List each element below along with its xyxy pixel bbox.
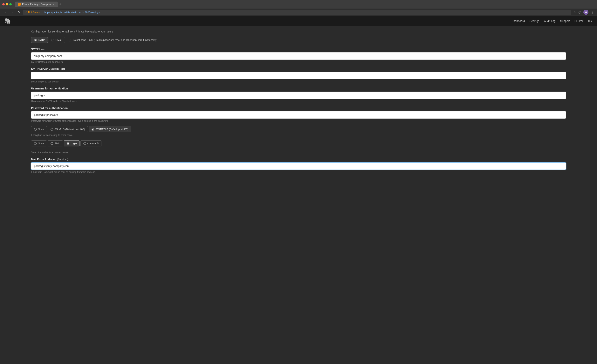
no-email-radio-circle [69,39,71,41]
not-secure-label: Not Secure [28,11,40,14]
encryption-group: None SSL/TLS (Default port 465) STARTTLS… [31,126,566,136]
smtp-radio-circle [34,39,37,41]
address-field[interactable]: ⚠ Not Secure | https://packagist-self-ho… [23,10,571,15]
address-url: https://packagist-self-hosted.com.lo:880… [44,11,100,14]
address-actions: ☆ ⬡ W ⋮ [573,10,594,15]
smtp-port-group: SMTP Server Custom Port Leave empty to u… [31,67,566,83]
nav-dashboard[interactable]: Dashboard [511,19,525,23]
nav-cluster[interactable]: Cluster [574,19,583,23]
nav-settings[interactable]: Settings [530,19,540,23]
extension-icon[interactable]: ⬡ [578,10,581,14]
username-input[interactable] [31,92,566,99]
active-tab[interactable]: Private Packagist Enterprise × [15,1,58,7]
app-nav: Dashboard Settings Audit Log Support Clu… [511,19,592,23]
main-content: Configuration for sending email from Pri… [0,26,597,174]
traffic-lights [2,3,12,5]
auth-none-circle [34,142,37,145]
address-separator: | [42,11,42,14]
mail-from-help: Email from Packagist will be sent as com… [31,171,566,174]
password-label: Password for authentication [31,107,566,110]
auth-mechanism-options: None Plain Login cram-md5 [31,140,566,146]
encryption-starttls-circle [92,128,94,131]
tab-title: Private Packagist Enterprise [22,3,52,6]
not-secure-indicator: ⚠ Not Secure [25,11,40,14]
tab-favicon [18,3,21,6]
password-help: Password for SMTP or GMail authenticatio… [31,119,566,122]
no-email-label: Do not send Email (Breaks password reset… [72,39,157,41]
minimize-traffic-light[interactable] [6,3,8,5]
fullscreen-traffic-light[interactable] [9,3,12,5]
encryption-starttls-option[interactable]: STARTTLS (Default port 587) [89,126,131,132]
app-header: 🐘 Dashboard Settings Audit Log Support C… [0,16,597,26]
smtp-label: SMTP [38,39,45,41]
smtp-option[interactable]: SMTP [31,37,48,43]
auth-mechanism-group: None Plain Login cram-md5 Select the aut… [31,140,566,154]
encryption-none-option[interactable]: None [31,126,47,132]
auth-none-option[interactable]: None [31,140,47,146]
auth-cram-label: cram-md5 [87,142,99,145]
encryption-ssl-option[interactable]: SSL/TLS (Default port 465) [48,126,88,132]
gear-dropdown-arrow: ▾ [591,19,592,23]
encryption-ssl-circle [51,128,53,131]
gmail-option[interactable]: GMail [49,37,65,43]
back-button[interactable]: ‹ [3,10,8,14]
gear-menu[interactable]: ⚙ ▾ [588,19,592,23]
browser-chrome: Private Packagist Enterprise × + ‹ › ↻ ⚠… [0,0,597,16]
nav-audit-log[interactable]: Audit Log [544,19,555,23]
encryption-options: None SSL/TLS (Default port 465) STARTTLS… [31,126,566,132]
menu-icon[interactable]: ⋮ [591,10,594,14]
smtp-host-input[interactable] [31,52,566,60]
address-bar: ‹ › ↻ ⚠ Not Secure | https://packagist-s… [0,8,597,16]
username-group: Username for authentication Username for… [31,87,566,103]
encryption-none-label: None [38,128,44,131]
email-type-group: SMTP GMail Do not send Email (Breaks pas… [31,37,566,43]
mail-from-required: (Required) [57,158,68,161]
username-help: Username for SMTP auth, or GMail address… [31,100,566,103]
encryption-ssl-label: SSL/TLS (Default port 465) [55,128,85,131]
mail-from-group: Mail From Address (Required) Email from … [31,158,566,174]
smtp-host-group: SMTP Host SMTP Hostname to connect to [31,48,566,63]
gear-icon: ⚙ [588,19,590,23]
username-label: Username for authentication [31,87,566,90]
smtp-host-label: SMTP Host [31,48,566,51]
new-tab-button[interactable]: + [58,2,63,6]
warning-icon: ⚠ [25,11,27,14]
auth-login-label: Login [71,142,77,145]
auth-cram-circle [83,142,86,145]
bookmark-icon[interactable]: ☆ [573,10,576,14]
password-input[interactable] [31,111,566,119]
config-description: Configuration for sending email from Pri… [31,30,566,33]
app-logo: 🐘 [5,18,11,24]
auth-cram-option[interactable]: cram-md5 [80,140,102,146]
auth-login-circle [67,142,69,145]
nav-support[interactable]: Support [560,19,570,23]
mail-from-input[interactable] [31,162,566,170]
auth-login-option[interactable]: Login [64,140,80,146]
smtp-port-label: SMTP Server Custom Port [31,67,566,70]
smtp-port-input[interactable] [31,72,566,79]
password-group: Password for authentication Password for… [31,107,566,122]
gmail-radio-circle [52,39,54,41]
title-bar: Private Packagist Enterprise × + [0,0,597,8]
gmail-label: GMail [55,39,62,41]
mail-from-label: Mail From Address (Required) [31,158,566,161]
smtp-host-help: SMTP Hostname to connect to [31,61,566,63]
auth-plain-option[interactable]: Plain [48,140,63,146]
tab-close-button[interactable]: × [53,3,55,6]
auth-none-label: None [38,142,44,145]
user-avatar[interactable]: W [583,10,589,15]
encryption-help: Encryption for connecting to email serve… [31,134,566,136]
auth-plain-circle [51,142,53,145]
smtp-port-help: Leave empty to use default [31,80,566,83]
auth-plain-label: Plain [55,142,60,145]
refresh-button[interactable]: ↻ [16,10,21,14]
encryption-starttls-label: STARTTLS (Default port 587) [95,128,128,131]
encryption-none-circle [34,128,37,131]
auth-help: Select the authentication mechanism [31,151,566,154]
tab-bar: Private Packagist Enterprise × + [15,1,595,7]
no-email-option[interactable]: Do not send Email (Breaks password reset… [66,37,160,43]
forward-button[interactable]: › [10,10,14,14]
close-traffic-light[interactable] [2,3,5,5]
